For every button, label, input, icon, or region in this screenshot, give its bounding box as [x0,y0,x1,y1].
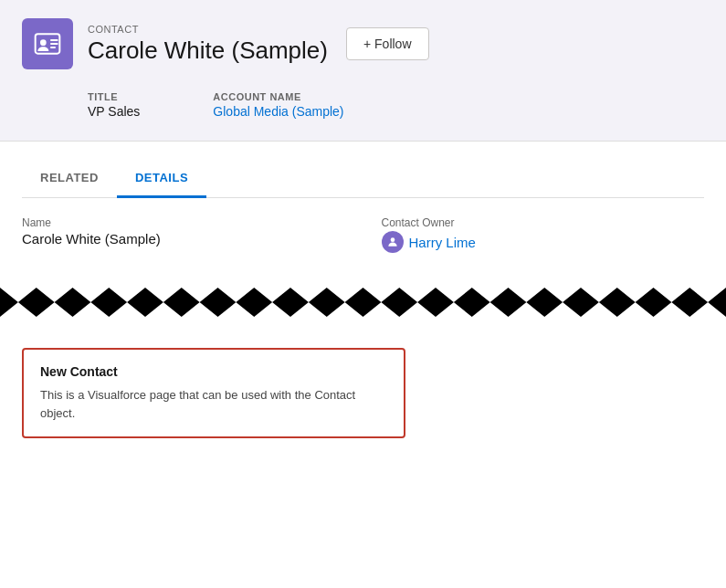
owner-field-col: Contact Owner Harry Lime [382,216,705,253]
owner-avatar [382,231,404,253]
title-field-label: TITLE [88,91,140,102]
svg-point-5 [390,237,395,242]
contact-header: CONTACT Carole White (Sample) + Follow T… [0,0,726,142]
new-contact-box: New Contact This is a Visualforce page t… [22,348,405,438]
contact-name: Carole White (Sample) [88,37,328,65]
header-fields: TITLE VP Sales ACCOUNT NAME Global Media… [22,91,704,119]
title-field-value: VP Sales [88,104,140,119]
account-name-link[interactable]: Global Media (Sample) [213,104,343,119]
owner-value: Harry Lime [382,231,705,253]
contact-label-group: CONTACT Carole White (Sample) [88,24,328,65]
details-content: Name Carole White (Sample) Contact Owner… [0,198,726,278]
header-title-area: CONTACT Carole White (Sample) + Follow [88,24,704,65]
contact-type-label: CONTACT [88,24,328,35]
title-field-group: TITLE VP Sales [88,91,140,119]
new-contact-section: New Contact This is a Visualforce page t… [0,326,726,460]
zigzag-bottom [0,302,726,317]
header-top: CONTACT Carole White (Sample) + Follow [22,18,704,69]
tab-related[interactable]: RELATED [22,160,117,198]
name-field-label: Name [22,216,345,229]
follow-button[interactable]: + Follow [346,27,429,60]
tab-details[interactable]: DETAILS [117,160,206,198]
tabs-section: RELATED DETAILS [0,160,726,198]
contact-card-icon [22,18,73,69]
contact-owner-link[interactable]: Harry Lime [409,235,476,250]
name-field-col: Name Carole White (Sample) [22,216,345,253]
name-field-value: Carole White (Sample) [22,231,345,247]
contact-owner-label: Contact Owner [382,216,705,229]
new-contact-title: New Contact [40,364,387,379]
new-contact-body: This is a Visualforce page that can be u… [40,386,387,422]
account-name-label: ACCOUNT NAME [213,91,343,102]
zigzag-top [0,288,726,302]
tabs-bar: RELATED DETAILS [22,160,704,198]
zigzag-divider [0,288,726,317]
svg-point-1 [40,39,47,46]
account-name-field-group: ACCOUNT NAME Global Media (Sample) [213,91,343,119]
detail-row-name-owner: Name Carole White (Sample) Contact Owner… [22,216,704,253]
